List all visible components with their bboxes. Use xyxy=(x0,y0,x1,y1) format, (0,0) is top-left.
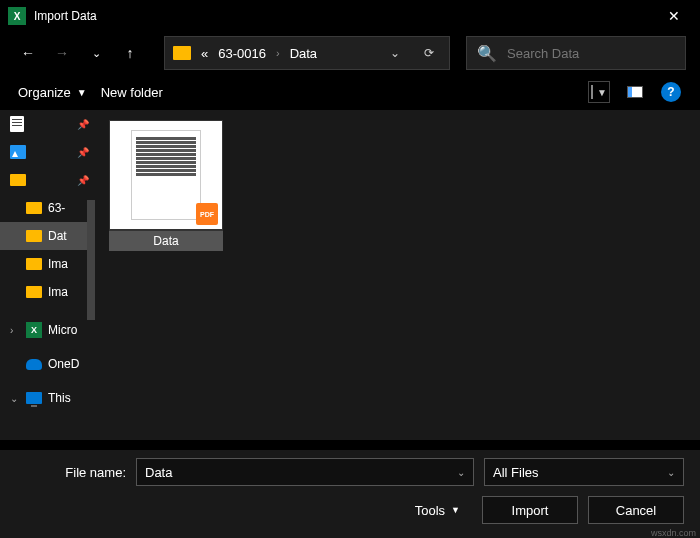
excel-icon: X xyxy=(26,322,42,338)
search-input[interactable] xyxy=(507,46,675,61)
chevron-down-icon[interactable]: ⌄ xyxy=(457,467,465,478)
address-bar[interactable]: « 63-0016 › Data ⌄ ⟳ xyxy=(164,36,450,70)
photo-icon xyxy=(10,145,26,159)
chevron-down-icon: ▼ xyxy=(597,87,607,98)
sidebar-item-label: This xyxy=(48,391,71,405)
organize-label: Organize xyxy=(18,85,71,100)
chevron-down-icon: ▼ xyxy=(77,87,87,98)
filename-value: Data xyxy=(145,465,172,480)
document-preview-icon xyxy=(131,130,201,220)
recent-dropdown-icon[interactable]: ⌄ xyxy=(82,39,110,67)
sidebar-item-label: Ima xyxy=(48,257,68,271)
filename-input[interactable]: Data ⌄ xyxy=(136,458,474,486)
tools-label: Tools xyxy=(415,503,445,518)
sidebar-item-ima1[interactable]: Ima xyxy=(0,250,95,278)
up-button[interactable]: ↑ xyxy=(116,39,144,67)
forward-button[interactable]: → xyxy=(48,39,76,67)
pin-icon: 📌 xyxy=(77,147,89,158)
excel-app-icon: X xyxy=(8,7,26,25)
filename-label: File name: xyxy=(16,465,126,480)
sidebar-scrollbar[interactable] xyxy=(87,200,95,320)
view-mode-button[interactable]: ▼ xyxy=(588,81,610,103)
new-folder-button[interactable]: New folder xyxy=(101,85,163,100)
folder-icon xyxy=(173,46,191,60)
refresh-icon[interactable]: ⟳ xyxy=(417,46,441,60)
filetype-filter[interactable]: All Files ⌄ xyxy=(484,458,684,486)
organize-button[interactable]: Organize ▼ xyxy=(18,85,87,100)
sidebar-item-label: Ima xyxy=(48,285,68,299)
address-dropdown-icon[interactable]: ⌄ xyxy=(383,46,407,60)
back-button[interactable]: ← xyxy=(14,39,42,67)
file-item-data[interactable]: PDF Data xyxy=(109,120,223,251)
page-icon xyxy=(10,116,24,132)
window-title: Import Data xyxy=(34,9,652,23)
sidebar-item-pictures[interactable]: 📌 xyxy=(0,138,95,166)
folder-icon xyxy=(26,202,42,214)
folder-icon xyxy=(26,230,42,242)
chevron-right-icon: › xyxy=(10,325,20,336)
sidebar-item-label: OneD xyxy=(48,357,79,371)
body-area: 📌 📌 📌 63- Dat Ima Ima ›XMicro OneD ⌄This… xyxy=(0,110,700,440)
pin-icon: 📌 xyxy=(77,175,89,186)
monitor-icon xyxy=(26,392,42,404)
file-name-label: Data xyxy=(109,230,223,251)
search-icon: 🔍 xyxy=(477,44,497,63)
pdf-badge-icon: PDF xyxy=(196,203,218,225)
sidebar-item-thispc[interactable]: ⌄This xyxy=(0,384,95,412)
sidebar-item-onedrive[interactable]: OneD xyxy=(0,350,95,378)
thumbnail-icon xyxy=(591,85,593,99)
chevron-right-icon: › xyxy=(276,47,280,59)
sidebar-item-recent[interactable]: 📌 xyxy=(0,110,95,138)
folder-icon xyxy=(26,286,42,298)
sidebar-item-label: Micro xyxy=(48,323,77,337)
sidebar-item-excel[interactable]: ›XMicro xyxy=(0,316,95,344)
file-list[interactable]: PDF Data xyxy=(95,110,700,440)
nav-row: ← → ⌄ ↑ « 63-0016 › Data ⌄ ⟳ 🔍 xyxy=(0,32,700,74)
breadcrumb-part2[interactable]: Data xyxy=(290,46,317,61)
sidebar-item-63[interactable]: 63- xyxy=(0,194,95,222)
close-icon[interactable]: ✕ xyxy=(652,0,696,32)
search-box[interactable]: 🔍 xyxy=(466,36,686,70)
breadcrumb-prefix: « xyxy=(201,46,208,61)
chevron-down-icon: ▼ xyxy=(451,505,460,515)
sidebar-item-label: Dat xyxy=(48,229,67,243)
toolbar: Organize ▼ New folder ▼ ? xyxy=(0,74,700,110)
import-button[interactable]: Import xyxy=(482,496,578,524)
sidebar-item-label: 63- xyxy=(48,201,65,215)
pin-icon: 📌 xyxy=(77,119,89,130)
folder-icon xyxy=(26,258,42,270)
help-button[interactable]: ? xyxy=(660,81,682,103)
sidebar-item-folder[interactable]: 📌 xyxy=(0,166,95,194)
chevron-down-icon: ⌄ xyxy=(667,467,675,478)
sidebar-item-ima2[interactable]: Ima xyxy=(0,278,95,306)
file-thumbnail: PDF xyxy=(109,120,223,230)
breadcrumb-part1[interactable]: 63-0016 xyxy=(218,46,266,61)
onedrive-icon xyxy=(26,359,42,370)
tools-button[interactable]: Tools ▼ xyxy=(415,503,460,518)
filter-value: All Files xyxy=(493,465,539,480)
preview-pane-button[interactable] xyxy=(624,81,646,103)
cancel-button[interactable]: Cancel xyxy=(588,496,684,524)
folder-icon xyxy=(10,174,26,186)
chevron-down-icon: ⌄ xyxy=(10,393,20,404)
titlebar: X Import Data ✕ xyxy=(0,0,700,32)
watermark: wsxdn.com xyxy=(651,528,696,538)
sidebar: 📌 📌 📌 63- Dat Ima Ima ›XMicro OneD ⌄This xyxy=(0,110,95,440)
footer: File name: Data ⌄ All Files ⌄ Tools ▼ Im… xyxy=(0,450,700,538)
sidebar-item-dat[interactable]: Dat xyxy=(0,222,95,250)
